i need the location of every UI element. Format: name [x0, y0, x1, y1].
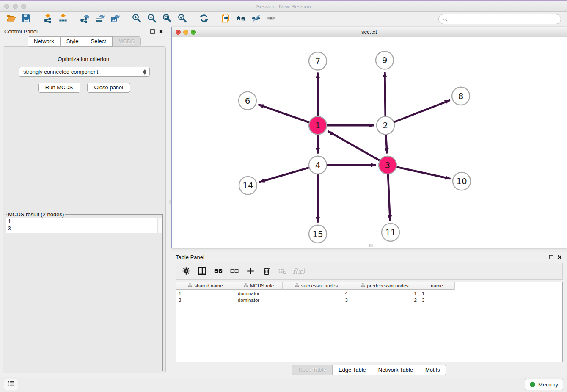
window-titlebar: Session: New Session — [0, 1, 567, 12]
tab-select[interactable]: Select — [85, 36, 113, 47]
table-row[interactable]: 3dominator323 — [176, 297, 562, 304]
tab-motifs[interactable]: Motifs — [419, 365, 446, 375]
column-tree-icon — [244, 283, 248, 288]
memory-button[interactable]: Memory — [525, 379, 563, 390]
mcds-result-area[interactable]: 1 3 — [6, 218, 162, 233]
export-network-button[interactable] — [77, 13, 92, 25]
zoom-fit-button[interactable] — [160, 13, 175, 25]
tab-node-table[interactable]: Node Table — [292, 365, 333, 375]
select-all-button[interactable] — [212, 265, 225, 278]
table-toolbar: f(x) — [176, 263, 563, 280]
create-column-button[interactable] — [244, 265, 257, 278]
attribute-settings-button[interactable] — [179, 265, 193, 278]
svg-text:15: 15 — [312, 229, 323, 239]
control-panel-title: Control Panel — [4, 28, 38, 35]
edge-1-6[interactable] — [258, 105, 318, 125]
column-label: name — [431, 283, 443, 288]
node-11[interactable]: 11 — [382, 224, 399, 241]
task-history-button[interactable] — [4, 379, 18, 390]
import-network-button[interactable] — [40, 13, 55, 25]
function-builder-button[interactable]: f(x) — [292, 265, 306, 278]
node-table[interactable]: shared nameMCDS rolesuccessor nodesprede… — [176, 282, 563, 362]
network-graph[interactable]: 7968124314101511 — [172, 37, 567, 248]
function-builder-icon: f(x) — [291, 267, 306, 276]
network-window-titlebar[interactable]: × − + scc.txt — [172, 27, 567, 37]
show-all-networks-button[interactable] — [233, 13, 248, 25]
table-cell[interactable]: 3 — [419, 298, 455, 303]
mcds-buttons: Run MCDS Close panel — [38, 83, 130, 93]
show-columns-button[interactable] — [195, 265, 209, 278]
table-cell[interactable]: 1 — [176, 291, 235, 296]
deselect-all-button[interactable] — [228, 265, 241, 278]
close-panel-icon[interactable] — [159, 29, 163, 34]
node-8[interactable]: 8 — [452, 87, 470, 105]
float-table-panel-icon[interactable] — [549, 255, 553, 259]
tab-edge-table[interactable]: Edge Table — [333, 365, 372, 375]
column-header-shared-name[interactable]: shared name — [176, 282, 235, 290]
result-scrollbar[interactable] — [157, 218, 162, 233]
select-all-icon — [214, 266, 223, 277]
table-cell[interactable]: 2 — [350, 298, 419, 303]
show-graphics-details-button[interactable] — [264, 13, 279, 25]
node-4[interactable]: 4 — [309, 156, 327, 174]
table-cell[interactable]: 1 — [350, 291, 419, 296]
zoom-selected-button[interactable] — [175, 13, 190, 25]
import-table-button[interactable] — [55, 13, 71, 25]
zoom-in-button[interactable] — [129, 13, 144, 25]
run-mcds-button[interactable]: Run MCDS — [38, 83, 80, 93]
optimization-select[interactable]: strongly connected component — [19, 67, 150, 77]
node-3[interactable]: 3 — [379, 156, 396, 174]
duplicate-network-button[interactable] — [218, 13, 233, 25]
table-cell[interactable]: 4 — [283, 291, 350, 296]
search-input[interactable] — [438, 14, 561, 24]
node-14[interactable]: 14 — [239, 177, 257, 194]
optimization-value: strongly connected component — [23, 69, 98, 75]
node-2[interactable]: 2 — [377, 116, 394, 134]
mcds-result-box: MCDS result (2 nodes) 1 3 — [6, 211, 163, 371]
panel-splitter[interactable] — [168, 26, 171, 377]
delete-column-button[interactable] — [276, 265, 289, 278]
hide-graphics-details-button[interactable] — [248, 13, 264, 25]
column-header-successor-nodes[interactable]: successor nodes — [283, 282, 350, 290]
edge-2-8[interactable] — [385, 100, 450, 126]
column-header-predecessor-nodes[interactable]: predecessor nodes — [350, 282, 419, 290]
table-cell[interactable]: 3 — [176, 298, 235, 303]
float-panel-icon[interactable] — [150, 29, 155, 34]
attribute-settings-icon — [182, 266, 191, 277]
table-cell[interactable]: dominator — [235, 298, 283, 303]
table-cell[interactable]: 1 — [419, 291, 455, 296]
svg-text:4: 4 — [315, 160, 321, 170]
search-box — [438, 14, 561, 24]
tab-style[interactable]: Style — [61, 36, 85, 47]
export-table-button[interactable] — [92, 13, 107, 25]
delete-row-button[interactable] — [260, 265, 273, 278]
close-panel-button[interactable]: Close panel — [87, 83, 131, 93]
zoom-out-button[interactable] — [144, 13, 160, 25]
export-image-button[interactable] — [107, 13, 123, 25]
tab-network[interactable]: Network — [28, 36, 61, 47]
open-session-button[interactable] — [3, 13, 19, 25]
edge-3-1[interactable] — [328, 131, 388, 165]
refresh-button[interactable] — [196, 13, 212, 25]
node-6[interactable]: 6 — [239, 92, 256, 110]
splitter-grip-icon[interactable] — [169, 200, 171, 204]
tab-mcds[interactable]: MCDS — [113, 36, 141, 47]
close-table-panel-icon[interactable] — [557, 255, 562, 259]
save-session-button[interactable] — [19, 13, 34, 25]
export-network-icon — [80, 13, 90, 25]
export-table-icon — [95, 13, 105, 25]
node-7[interactable]: 7 — [309, 52, 327, 70]
column-header-mcds-role[interactable]: MCDS role — [235, 282, 283, 290]
network-canvas[interactable]: 7968124314101511 — [172, 37, 567, 248]
optimization-label: Optimization criterion: — [58, 56, 111, 62]
column-header-name[interactable]: name — [419, 282, 455, 290]
edge-3-10[interactable] — [388, 165, 451, 179]
table-cell[interactable]: 3 — [283, 298, 350, 303]
tab-network-table[interactable]: Network Table — [372, 365, 419, 375]
table-cell[interactable]: dominator — [235, 291, 283, 296]
node-1[interactable]: 1 — [309, 116, 327, 134]
node-15[interactable]: 15 — [309, 225, 327, 243]
node-9[interactable]: 9 — [376, 51, 394, 69]
table-row[interactable]: 1dominator411 — [176, 290, 562, 297]
node-10[interactable]: 10 — [453, 172, 471, 190]
